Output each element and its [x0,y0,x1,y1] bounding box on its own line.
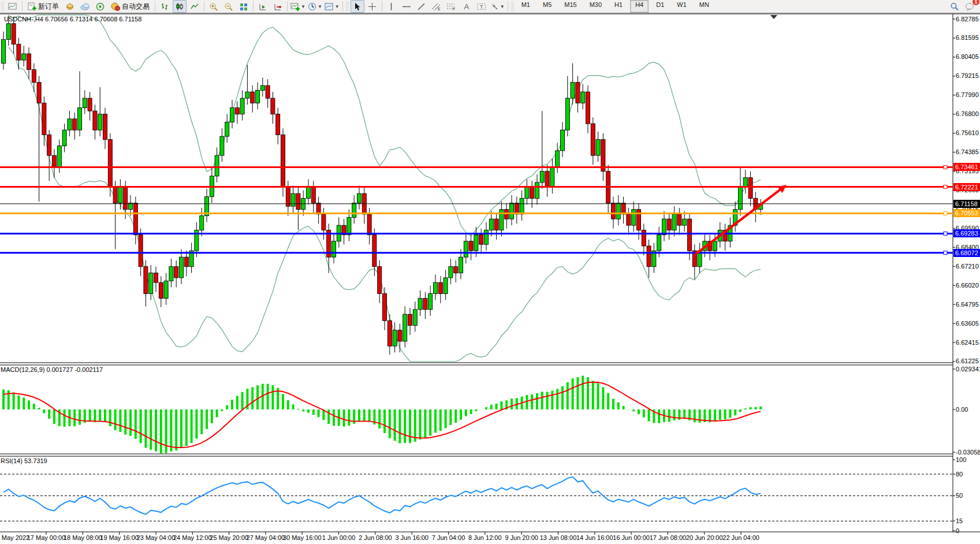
rsi-axis-label: 15 [956,517,980,525]
candle-body [387,321,392,346]
candle-body [683,219,687,225]
macd-values: 0.001727 -0.002117 [46,366,103,373]
candle-body [276,114,280,135]
price-axis-label: 6.62415 [956,339,980,346]
candle-body [144,267,148,294]
time-axis-label: 17 Jun 08:00 [650,534,687,541]
candle-body [184,257,188,267]
time-axis-label: 30 May 16:00 [283,534,322,541]
time-axis-label: 13 Jun 08:00 [540,534,577,541]
candle-body [180,257,184,278]
candle-body [367,214,371,235]
macd-indicator-label: MACD(12,26,9) 0.001727 -0.002117 [1,366,103,373]
line-handle[interactable] [944,211,947,215]
candle-body [485,230,489,244]
candle-body [748,178,752,199]
candle-body [672,214,676,230]
candle-body [591,124,595,155]
candle-body [474,235,478,251]
macd-axis-label: 0.00 [956,406,980,413]
time-axis-label: 2 Jun 08:00 [359,534,392,541]
candle-body [98,114,102,131]
price-axis-label: 6.82785 [956,16,980,23]
time-axis-label: 7 Jun 04:00 [432,534,465,541]
candle-body [530,187,534,198]
candle-body [494,219,498,230]
candle-body [118,187,122,203]
line-handle[interactable] [944,185,947,189]
candle-body [550,166,554,187]
candle-body [489,219,493,230]
candle-body [113,187,117,203]
line-price-badge: 6.73461 [953,163,980,171]
pane-separator[interactable] [0,454,953,456]
candle-body [647,246,651,267]
time-axis-label: 22 Jun 04:00 [722,534,759,541]
candle-body [352,203,356,218]
candle-body [164,281,168,298]
candle-body [281,135,285,187]
candle-body [225,122,229,136]
candle-body [423,299,427,310]
time-axis-label: 19 May 16:00 [100,534,139,541]
candle-body [632,210,636,226]
candle-body [449,267,453,278]
candle-body [108,140,112,188]
rsi-axis-label: 50 [956,492,980,500]
candle-body [12,24,16,44]
chart-canvas[interactable] [0,0,980,544]
candle-body [347,217,351,234]
candle-body [612,203,616,219]
macd-axis-label: 0.029341 [956,366,980,373]
candle-body [576,83,580,103]
candle-body [200,216,204,230]
line-price-badge: 6.69283 [953,229,980,237]
candle-body [27,54,31,70]
line-price-badge: 6.70553 [953,209,980,217]
candle-body [383,293,387,321]
candle-body [596,140,600,156]
time-axis-label: 20 Jun 20:00 [686,534,723,541]
time-axis-label: 17 May 00:00 [27,534,66,541]
candle-body [418,299,422,310]
candle-body [32,70,36,83]
candle-body [713,241,717,251]
candle-body [133,203,137,235]
candle-body [174,267,178,278]
price-axis-label: 6.61225 [956,357,980,365]
current-price-badge: 6.71158 [953,200,980,208]
time-axis-label: 9 Jun 20:00 [505,534,538,541]
candle-body [556,151,560,167]
candle-body [271,98,275,114]
candle-body [57,146,61,167]
candle-body [586,92,590,124]
candle-body [743,178,747,188]
pane-separator[interactable] [0,363,953,365]
candle-body [571,83,575,99]
time-axis-label: 8 Jun 12:00 [468,534,502,541]
price-axis-label: 6.76800 [956,110,980,118]
candle-body [286,187,290,206]
candle-body [53,155,57,166]
candle-body [378,267,382,294]
candle-body [17,44,21,61]
rsi-axis-label: 100 [956,456,980,464]
price-axis-label: 6.64795 [956,301,980,308]
candle-body [408,314,412,325]
time-axis-label: 3 Jun 16:00 [395,534,428,541]
candle-body [73,119,77,130]
candle-body [93,111,97,130]
candle-body [103,114,107,140]
candle-body [561,130,565,151]
candle-body [37,83,41,103]
line-handle[interactable] [944,165,947,169]
candle-body [6,24,10,40]
line-handle[interactable] [944,232,947,235]
candle-body [332,241,336,258]
candle-body [677,214,681,225]
candle-body [169,267,173,281]
price-axis-label: 6.77990 [956,91,980,99]
line-handle[interactable] [944,251,947,255]
price-axis-label: 6.81595 [956,34,980,42]
rsi-value: 53.7319 [24,457,47,464]
